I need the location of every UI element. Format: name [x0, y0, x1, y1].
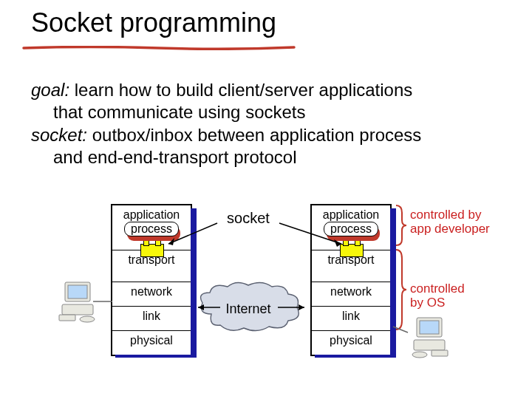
line-computer-left: [92, 296, 114, 307]
intro-text: goal: learn how to build client/server a…: [31, 80, 488, 169]
arrow-link-right: [276, 303, 309, 312]
bracket-developer: [395, 204, 408, 247]
transport-layer-right: transport: [312, 250, 390, 282]
arrow-socket-right: [278, 222, 347, 247]
svg-rect-15: [414, 340, 445, 350]
svg-marker-5: [198, 304, 204, 310]
network-layer-left: network: [112, 282, 191, 307]
svg-line-19: [393, 327, 408, 332]
transport-layer-left: transport: [112, 250, 191, 282]
title-underline: [22, 40, 296, 44]
socket-icon: [140, 244, 164, 257]
link-layer-right: link: [312, 307, 390, 331]
controlled-by-os: controlledby OS: [410, 282, 465, 310]
svg-rect-10: [62, 304, 93, 315]
physical-layer-left: physical: [112, 331, 191, 355]
internet-label: Internet: [222, 301, 275, 317]
link-layer-left: link: [112, 307, 191, 331]
socket-text-1: outbox/inbox between application process: [87, 125, 421, 145]
computer-icon-right: [405, 315, 449, 359]
goal-label: goal:: [31, 80, 69, 100]
socket-text-2: and end-end-transport protocol: [31, 147, 488, 168]
goal-text-1: learn how to build client/server applica…: [69, 80, 412, 100]
physical-layer-right: physical: [312, 331, 390, 355]
svg-rect-16: [432, 350, 448, 356]
application-label: application: [313, 208, 389, 222]
svg-rect-9: [68, 285, 87, 299]
goal-text-2: that communicate using sockets: [31, 102, 488, 123]
diagram-area: application process transport network li…: [0, 200, 532, 384]
svg-point-17: [412, 352, 427, 358]
svg-point-12: [80, 316, 95, 322]
svg-rect-11: [59, 315, 75, 321]
application-label: application: [114, 208, 189, 222]
socket-center-label: socket: [219, 210, 278, 227]
page-title: Socket programming: [31, 7, 276, 38]
svg-line-0: [168, 223, 217, 244]
line-computer-right: [392, 324, 409, 335]
svg-rect-14: [420, 321, 439, 334]
arrow-link-left: [194, 303, 222, 312]
network-layer-right: network: [312, 282, 390, 307]
svg-marker-1: [168, 238, 174, 245]
svg-line-2: [279, 223, 341, 244]
svg-marker-7: [299, 304, 304, 310]
controlled-by-developer: controlled byapp developer: [410, 208, 490, 236]
socket-label: socket:: [31, 125, 87, 145]
arrow-socket-left: [164, 222, 219, 247]
